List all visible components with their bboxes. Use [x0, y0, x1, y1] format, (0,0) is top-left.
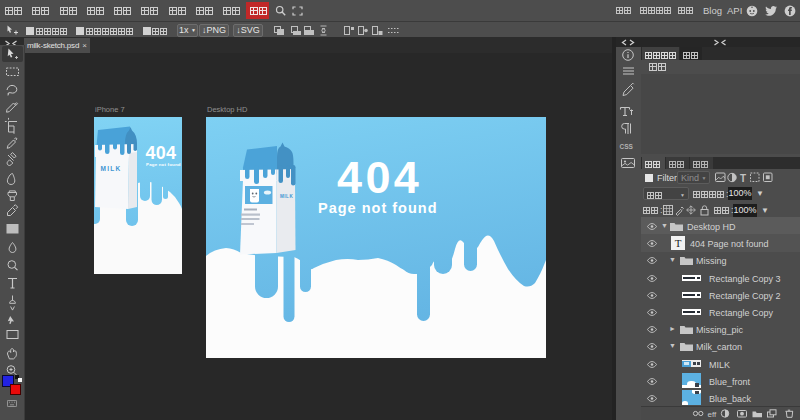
svg-text:MILK: MILK [101, 165, 122, 172]
svg-text:eff: eff [708, 410, 718, 419]
svg-text:Page not found: Page not found [318, 200, 438, 216]
svg-text:404: 404 [337, 152, 422, 203]
svg-text:MILK: MILK [280, 194, 293, 199]
svg-text:Page not found: Page not found [146, 162, 181, 167]
svg-text:T: T [740, 173, 746, 184]
svg-text:CSS: CSS [620, 143, 634, 150]
svg-text:404: 404 [146, 143, 177, 163]
